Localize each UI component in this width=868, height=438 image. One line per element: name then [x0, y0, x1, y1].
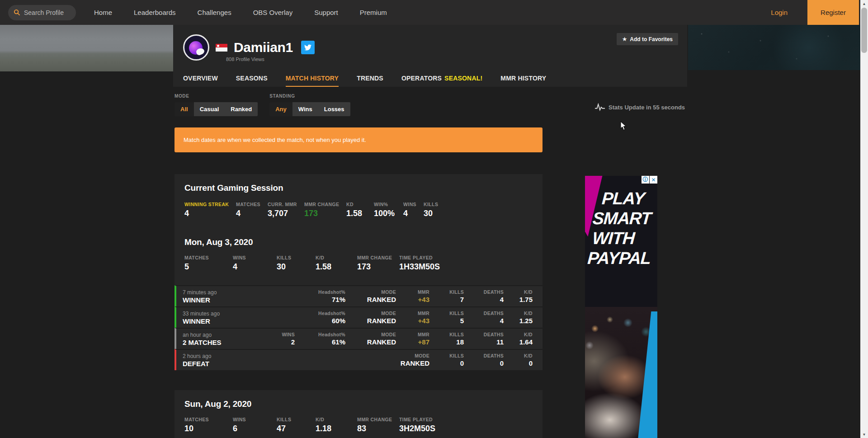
tab-operators[interactable]: OPERATORSSEASONAL!	[401, 70, 482, 87]
stat-label: WIN%	[374, 202, 403, 207]
stat-label: WINS	[233, 417, 277, 422]
stat-value: 47	[277, 424, 316, 433]
mode-filter-casual[interactable]: Casual	[194, 102, 225, 116]
star-icon: ★	[622, 36, 627, 42]
stat-value: 4	[184, 209, 236, 218]
twitter-button[interactable]	[301, 41, 315, 54]
cell-label: KILLS	[429, 332, 464, 337]
stat-value: 4	[236, 209, 268, 218]
top-navbar: Search Profile Home Leaderboards Challen…	[0, 0, 868, 25]
cell-label: K/D	[504, 353, 533, 358]
stat-value: 30	[424, 209, 438, 218]
cell-value: 1.75	[504, 296, 533, 303]
scrollbar-thumb[interactable]	[861, 8, 867, 53]
paypal-ad[interactable]: PLAY SMART WITH PAYPAL PPayPal ⓘ ✕	[585, 176, 657, 438]
scroll-up-arrow[interactable]: ▲	[860, 0, 868, 7]
nav-item-obs-overlay[interactable]: OBS Overlay	[253, 9, 293, 16]
cell-label: Headshot%	[295, 332, 345, 337]
cell-label: KILLS	[429, 289, 464, 295]
tab-trends[interactable]: TRENDS	[357, 70, 383, 87]
mode-filter-ranked[interactable]: Ranked	[225, 102, 258, 116]
day-title: Mon, Aug 3, 2020	[184, 237, 533, 247]
cell-label: K/D	[504, 311, 533, 316]
stat-label: MATCHES	[236, 202, 268, 207]
match-row[interactable]: an hour ago 2 MATCHES WINS2 Headshot%61%…	[175, 328, 542, 349]
cell-value: 1.64	[504, 338, 533, 346]
search-placeholder: Search Profile	[24, 9, 64, 16]
stat-value: 3,707	[268, 209, 304, 218]
cell-value: 0	[464, 359, 504, 367]
nav-item-challenges[interactable]: Challenges	[198, 9, 231, 16]
mouse-cursor	[620, 121, 627, 132]
stat-value: 4	[233, 262, 277, 272]
stat-label: KILLS	[277, 417, 316, 422]
tab-seasons[interactable]: SEASONS	[236, 70, 268, 87]
match-time: 33 minutes ago	[183, 311, 295, 317]
cell-value: 0	[429, 359, 464, 367]
cell-label: DEATHS	[464, 332, 504, 337]
nav-item-home[interactable]: Home	[94, 9, 112, 16]
match-time: an hour ago	[183, 332, 262, 338]
match-rows: 7 minutes ago WINNER Headshot%71% MODERA…	[175, 285, 542, 370]
cell-value: +43	[396, 296, 429, 303]
standing-filter-losses[interactable]: Losses	[318, 102, 350, 116]
stat-value: 173	[304, 209, 346, 218]
cell-label: DEATHS	[464, 289, 504, 295]
stat-label: K/D	[316, 255, 357, 260]
tab-mmr-history[interactable]: MMR HISTORY	[500, 70, 546, 87]
stat-value: 1.58	[346, 209, 374, 218]
ad-headline: PLAY SMART WITH PAYPAL	[585, 188, 657, 268]
nav-item-premium[interactable]: Premium	[360, 9, 387, 16]
mode-filter-all[interactable]: All	[175, 102, 194, 116]
ad-info-icon[interactable]: ⓘ	[642, 176, 649, 184]
day-stats: MATCHES10 WINS6 KILLS47 K/D1.18 MMR CHAN…	[184, 417, 533, 433]
nav-item-support[interactable]: Support	[314, 9, 338, 16]
match-row[interactable]: 2 hours ago DEFEAT MODERANKED KILLS0 DEA…	[175, 349, 542, 370]
cell-label: DEATHS	[464, 353, 504, 358]
standing-filter: STANDING Any Wins Losses	[269, 94, 350, 116]
cell-value: 0	[504, 359, 533, 367]
stat-label: WINNING STREAK	[184, 202, 236, 207]
match-row[interactable]: 33 minutes ago WINNER Headshot%60% MODER…	[175, 306, 542, 328]
tab-overview[interactable]: OVERVIEW	[183, 70, 218, 87]
session-stats: WINNING STREAK4 MATCHES4 CURR. MMR3,707 …	[184, 202, 533, 218]
login-button[interactable]: Login	[771, 9, 788, 16]
match-result: DEFEAT	[183, 360, 379, 367]
match-time: 2 hours ago	[183, 353, 379, 359]
cell-value: 60%	[295, 317, 345, 325]
tab-match-history[interactable]: MATCH HISTORY	[286, 70, 339, 87]
scroll-down-arrow[interactable]: ▼	[860, 431, 868, 438]
cell-label: MMR	[396, 332, 429, 337]
cell-value: RANKED	[345, 296, 396, 303]
match-filters: MODE All Casual Ranked STANDING Any Wins…	[175, 94, 350, 116]
search-icon	[14, 9, 20, 16]
cell-value: 4	[464, 296, 504, 303]
stat-value: 3H2M50S	[399, 424, 435, 433]
cell-value: 5	[429, 317, 464, 325]
search-input[interactable]: Search Profile	[8, 5, 76, 20]
vertical-scrollbar[interactable]: ▲ ▼	[860, 0, 868, 438]
notice-text: Match dates are when we collected the ma…	[184, 137, 366, 143]
register-button[interactable]: Register	[807, 0, 859, 25]
cell-value: 71%	[295, 296, 345, 303]
stats-update-text: Stats Update in 55 seconds	[609, 104, 685, 111]
standing-filter-wins[interactable]: Wins	[292, 102, 318, 116]
match-dates-notice: Match dates are when we collected the ma…	[175, 127, 542, 152]
ad-close-icon[interactable]: ✕	[650, 176, 657, 184]
standing-filter-any[interactable]: Any	[269, 102, 292, 116]
mode-filter: MODE All Casual Ranked	[175, 94, 258, 116]
match-row[interactable]: 7 minutes ago WINNER Headshot%71% MODERA…	[175, 285, 542, 306]
cell-value: 7	[429, 296, 464, 303]
stat-label: MATCHES	[184, 417, 233, 422]
day-panel: Sun, Aug 2, 2020 MATCHES10 WINS6 KILLS47…	[175, 390, 542, 438]
banner-photo-left	[0, 25, 173, 71]
stat-label: KILLS	[277, 255, 316, 260]
cell-label: Headshot%	[295, 289, 345, 295]
stats-update-status: Stats Update in 55 seconds	[595, 103, 685, 111]
add-to-favorites-button[interactable]: ★ Add to Favorites	[617, 33, 678, 45]
nav-item-leaderboards[interactable]: Leaderboards	[134, 9, 176, 16]
stat-label: KD	[346, 202, 374, 207]
stat-label: MMR CHANGE	[357, 255, 399, 260]
stat-label: WINS	[233, 255, 277, 260]
day-title: Sun, Aug 2, 2020	[184, 399, 533, 409]
